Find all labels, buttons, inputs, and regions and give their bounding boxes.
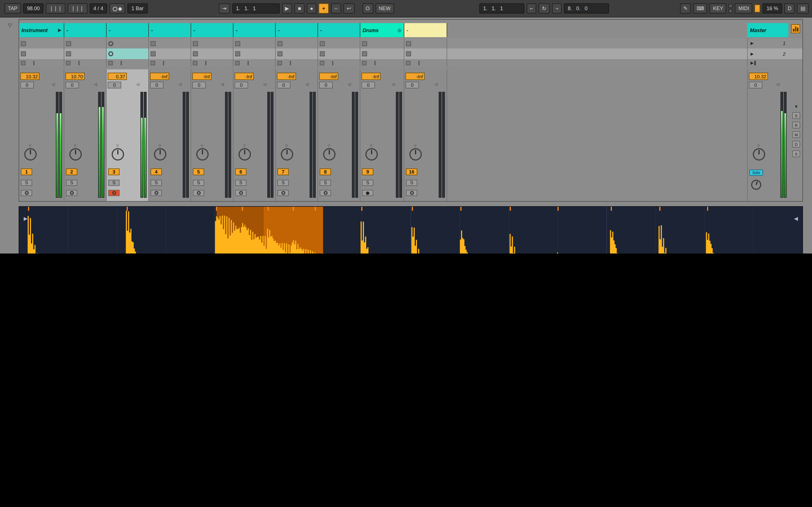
clip-slot[interactable] xyxy=(360,48,404,59)
track-header-icon[interactable]: ▶ xyxy=(58,27,61,33)
pan-knob[interactable] xyxy=(281,148,293,161)
track-volume-field[interactable]: 10.32 xyxy=(20,73,40,80)
master-pan-knob[interactable] xyxy=(753,148,765,161)
track-header[interactable]: - xyxy=(149,23,191,37)
nudge-down-button[interactable]: ❘❘❘ xyxy=(46,3,65,13)
pan-knob[interactable] xyxy=(154,148,166,161)
track-activator-button[interactable]: 16 xyxy=(406,168,417,175)
disk-overload-button[interactable]: ▤ xyxy=(797,3,809,13)
pan-knob[interactable] xyxy=(24,148,37,161)
solo-button[interactable]: S xyxy=(277,180,289,186)
pan-knob[interactable] xyxy=(196,148,209,161)
arm-button[interactable] xyxy=(66,190,77,196)
clip-slot[interactable] xyxy=(318,38,360,48)
mixer-section-toggle[interactable]: X xyxy=(792,151,800,157)
waveform-display[interactable]: ▶ ◀ xyxy=(19,207,802,253)
tap-tempo-button[interactable]: TAP xyxy=(4,3,21,13)
arm-button[interactable] xyxy=(151,190,162,196)
pan-knob[interactable] xyxy=(409,148,422,161)
automation-arm-button[interactable]: ◦◦ xyxy=(331,3,341,13)
arm-button[interactable] xyxy=(320,190,331,196)
track-pan-field[interactable]: 0 xyxy=(277,82,290,89)
solo-button[interactable]: S xyxy=(320,180,331,186)
cue-solo-badge[interactable]: Solo xyxy=(749,170,763,176)
solo-button[interactable]: S xyxy=(406,180,417,186)
track-volume-field[interactable]: 10.70 xyxy=(65,73,85,80)
midi-map-button[interactable]: MIDI xyxy=(735,3,753,13)
metronome-button[interactable] xyxy=(109,3,125,13)
chevron-down-icon[interactable]: ▼ xyxy=(794,104,799,109)
solo-button[interactable]: S xyxy=(362,180,373,186)
track-activator-button[interactable]: 4 xyxy=(151,168,162,175)
follow-button[interactable]: ⇥ xyxy=(219,3,230,13)
scene-launch-1[interactable]: ▶ 1 xyxy=(747,38,788,48)
new-button[interactable]: NEW xyxy=(375,3,394,13)
track-header[interactable]: - xyxy=(234,23,276,37)
clip-slot[interactable] xyxy=(64,38,107,48)
track-pan-field[interactable]: 0 xyxy=(361,82,375,89)
stop-clip-slot[interactable] xyxy=(276,59,318,67)
clip-slot[interactable] xyxy=(234,38,276,48)
loop-length-display[interactable]: 8. 0. 0 xyxy=(564,3,609,13)
track-pan-field[interactable]: 0 xyxy=(65,82,79,89)
track-header[interactable]: Drums ◎ xyxy=(360,23,404,37)
arrangement-position-display[interactable]: 1. 1. 1 xyxy=(232,3,280,13)
track-volume-field[interactable]: 0.37 xyxy=(108,73,127,80)
punch-in-button[interactable]: ⌐ xyxy=(527,3,537,13)
preview-volume-knob[interactable] xyxy=(751,180,761,190)
track-header[interactable]: Instrument ▶ xyxy=(19,23,64,37)
track-activator-button[interactable]: 2 xyxy=(66,168,77,175)
clip-slot[interactable] xyxy=(19,38,64,48)
clip-slot[interactable] xyxy=(107,48,149,59)
solo-button[interactable]: S xyxy=(235,180,246,186)
track-pan-field[interactable]: 0 xyxy=(20,82,34,89)
scene-launch-2[interactable]: ▶ 2 xyxy=(747,48,788,59)
track-pan-field[interactable]: 0 xyxy=(108,82,121,89)
solo-button[interactable]: S xyxy=(193,180,204,186)
stop-clip-slot[interactable] xyxy=(360,59,404,67)
stop-clip-slot[interactable] xyxy=(19,59,64,67)
track-volume-field[interactable]: -Inf xyxy=(361,73,380,80)
track-volume-field[interactable]: -Inf xyxy=(235,73,254,80)
clip-slot[interactable] xyxy=(234,48,276,59)
punch-out-button[interactable]: ¬ xyxy=(552,3,562,13)
session-record-button[interactable]: O xyxy=(362,3,373,13)
pan-knob[interactable] xyxy=(365,148,378,161)
master-pan-field[interactable]: 0 xyxy=(749,82,762,89)
computer-midi-keyboard-button[interactable]: ⌨ xyxy=(693,3,707,13)
solo-button[interactable]: S xyxy=(66,180,77,186)
sample-end-marker-icon[interactable]: ◀ xyxy=(794,216,798,221)
track-volume-field[interactable]: -Inf xyxy=(192,73,211,80)
stop-clip-slot[interactable] xyxy=(191,59,234,67)
clip-slot[interactable] xyxy=(107,38,149,48)
track-header-icon[interactable]: ◎ xyxy=(398,27,402,33)
stop-clip-slot[interactable] xyxy=(149,59,191,67)
loop-start-display[interactable]: 1. 1. 1 xyxy=(479,3,524,13)
mixer-section-toggle[interactable]: D xyxy=(792,141,800,148)
track-activator-button[interactable]: 3 xyxy=(108,168,119,175)
clip-slot[interactable] xyxy=(318,48,360,59)
stop-button[interactable]: ■ xyxy=(295,3,305,13)
track-activator-button[interactable]: 1 xyxy=(21,168,32,175)
re-enable-automation-button[interactable]: ↩ xyxy=(343,3,354,13)
loop-button[interactable]: ↻ xyxy=(539,3,550,13)
track-activator-button[interactable]: 6 xyxy=(235,168,246,175)
solo-button[interactable]: S xyxy=(151,180,162,186)
mixer-category-icon[interactable] xyxy=(791,24,800,33)
sample-start-marker-icon[interactable]: ▶ xyxy=(24,216,28,221)
track-activator-button[interactable]: 7 xyxy=(277,168,289,175)
play-button[interactable]: ▶ xyxy=(282,3,292,13)
arm-button[interactable] xyxy=(193,190,204,196)
draw-mode-button[interactable]: ✎ xyxy=(680,3,691,13)
pan-knob[interactable] xyxy=(69,148,82,161)
track-header[interactable]: - xyxy=(64,23,107,37)
tempo-display[interactable]: 98.00 xyxy=(23,3,44,13)
track-header[interactable]: - xyxy=(404,23,447,37)
track-pan-field[interactable]: 0 xyxy=(235,82,248,89)
time-signature-display[interactable]: 4 / 4 xyxy=(89,3,107,13)
record-button[interactable]: ● xyxy=(307,3,317,13)
track-header[interactable]: - xyxy=(318,23,360,37)
clip-slot[interactable] xyxy=(276,38,318,48)
arm-button[interactable] xyxy=(406,190,417,196)
pan-knob[interactable] xyxy=(112,148,124,161)
